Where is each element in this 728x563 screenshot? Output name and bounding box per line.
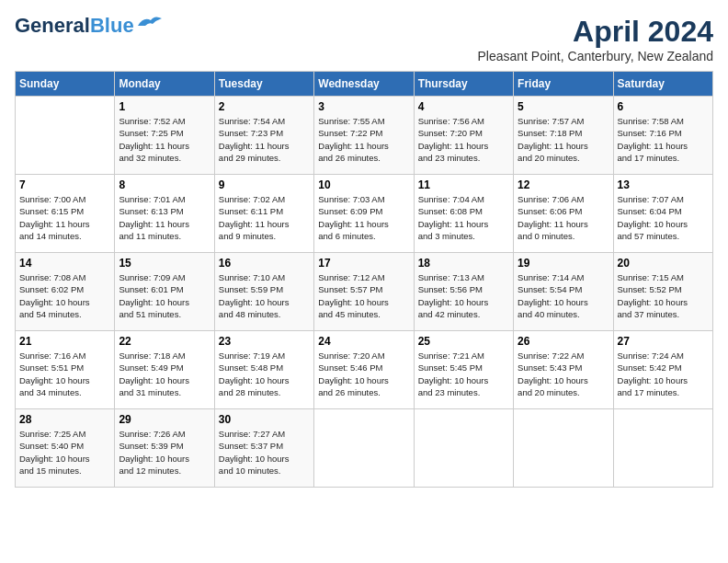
day-info: Sunrise: 7:08 AM Sunset: 6:02 PM Dayligh… [19, 271, 110, 320]
calendar-cell: 14Sunrise: 7:08 AM Sunset: 6:02 PM Dayli… [16, 253, 115, 331]
logo-bird-icon [136, 13, 164, 31]
weekday-header: Friday [514, 72, 613, 97]
weekday-header: Wednesday [314, 72, 414, 97]
day-info: Sunrise: 7:07 AM Sunset: 6:04 PM Dayligh… [618, 193, 709, 242]
day-number: 18 [418, 257, 509, 270]
calendar-cell: 15Sunrise: 7:09 AM Sunset: 6:01 PM Dayli… [115, 253, 214, 331]
day-info: Sunrise: 7:56 AM Sunset: 7:20 PM Dayligh… [418, 115, 509, 164]
logo: GeneralBlue [15, 15, 164, 37]
calendar-week-row: 21Sunrise: 7:16 AM Sunset: 5:51 PM Dayli… [16, 331, 713, 409]
day-info: Sunrise: 7:24 AM Sunset: 5:42 PM Dayligh… [618, 350, 709, 398]
day-number: 11 [418, 178, 509, 191]
day-info: Sunrise: 7:21 AM Sunset: 5:45 PM Dayligh… [418, 350, 509, 398]
calendar-cell: 10Sunrise: 7:03 AM Sunset: 6:09 PM Dayli… [314, 175, 414, 253]
day-info: Sunrise: 7:14 AM Sunset: 5:54 PM Dayligh… [518, 271, 609, 320]
day-number: 28 [19, 413, 110, 426]
day-number: 6 [618, 100, 709, 113]
calendar-cell: 1Sunrise: 7:52 AM Sunset: 7:25 PM Daylig… [115, 97, 214, 175]
calendar-cell: 4Sunrise: 7:56 AM Sunset: 7:20 PM Daylig… [414, 97, 513, 175]
calendar-cell: 27Sunrise: 7:24 AM Sunset: 5:42 PM Dayli… [613, 331, 712, 409]
weekday-header: Saturday [613, 72, 712, 97]
day-info: Sunrise: 7:10 AM Sunset: 5:59 PM Dayligh… [219, 271, 310, 320]
day-number: 14 [19, 257, 110, 270]
day-info: Sunrise: 7:25 AM Sunset: 5:40 PM Dayligh… [19, 428, 110, 477]
day-number: 15 [119, 257, 210, 270]
calendar-cell [414, 409, 513, 488]
day-number: 29 [119, 413, 210, 426]
day-number: 13 [618, 178, 709, 191]
day-number: 12 [518, 178, 609, 191]
day-info: Sunrise: 7:03 AM Sunset: 6:09 PM Dayligh… [318, 193, 409, 242]
calendar-cell: 28Sunrise: 7:25 AM Sunset: 5:40 PM Dayli… [16, 409, 115, 488]
day-info: Sunrise: 7:04 AM Sunset: 6:08 PM Dayligh… [418, 193, 509, 242]
weekday-header: Monday [115, 72, 214, 97]
calendar-cell: 18Sunrise: 7:13 AM Sunset: 5:56 PM Dayli… [414, 253, 513, 331]
day-number: 27 [618, 335, 709, 348]
calendar-cell [613, 409, 712, 488]
weekday-header: Thursday [414, 72, 513, 97]
calendar-week-row: 7Sunrise: 7:00 AM Sunset: 6:15 PM Daylig… [16, 175, 713, 253]
logo-general: General [15, 14, 90, 37]
day-info: Sunrise: 7:55 AM Sunset: 7:22 PM Dayligh… [318, 115, 409, 164]
calendar-table: SundayMondayTuesdayWednesdayThursdayFrid… [15, 71, 713, 488]
day-number: 8 [119, 178, 210, 191]
calendar-cell: 5Sunrise: 7:57 AM Sunset: 7:18 PM Daylig… [514, 97, 613, 175]
day-info: Sunrise: 7:02 AM Sunset: 6:11 PM Dayligh… [219, 193, 310, 242]
day-number: 20 [618, 257, 709, 270]
day-number: 19 [518, 257, 609, 270]
calendar-cell: 9Sunrise: 7:02 AM Sunset: 6:11 PM Daylig… [214, 175, 313, 253]
weekday-header-row: SundayMondayTuesdayWednesdayThursdayFrid… [16, 72, 713, 97]
day-info: Sunrise: 7:19 AM Sunset: 5:48 PM Dayligh… [219, 350, 310, 398]
day-number: 1 [119, 100, 210, 113]
calendar-cell: 26Sunrise: 7:22 AM Sunset: 5:43 PM Dayli… [514, 331, 613, 409]
day-info: Sunrise: 7:15 AM Sunset: 5:52 PM Dayligh… [618, 271, 709, 320]
calendar-cell: 23Sunrise: 7:19 AM Sunset: 5:48 PM Dayli… [214, 331, 313, 409]
calendar-cell: 19Sunrise: 7:14 AM Sunset: 5:54 PM Dayli… [514, 253, 613, 331]
day-number: 2 [219, 100, 310, 113]
day-number: 5 [518, 100, 609, 113]
calendar-cell: 2Sunrise: 7:54 AM Sunset: 7:23 PM Daylig… [214, 97, 313, 175]
day-number: 16 [219, 257, 310, 270]
day-info: Sunrise: 7:22 AM Sunset: 5:43 PM Dayligh… [518, 350, 609, 398]
month-title: April 2024 [477, 15, 713, 49]
day-info: Sunrise: 7:12 AM Sunset: 5:57 PM Dayligh… [318, 271, 409, 320]
logo-blue: Blue [90, 14, 134, 37]
day-info: Sunrise: 7:26 AM Sunset: 5:39 PM Dayligh… [119, 428, 210, 477]
calendar-cell [514, 409, 613, 488]
day-info: Sunrise: 7:13 AM Sunset: 5:56 PM Dayligh… [418, 271, 509, 320]
day-number: 21 [19, 335, 110, 348]
day-number: 10 [318, 178, 409, 191]
day-info: Sunrise: 7:06 AM Sunset: 6:06 PM Dayligh… [518, 193, 609, 242]
calendar-cell: 11Sunrise: 7:04 AM Sunset: 6:08 PM Dayli… [414, 175, 513, 253]
day-number: 17 [318, 257, 409, 270]
title-area: April 2024 Pleasant Point, Canterbury, N… [477, 15, 713, 63]
calendar-week-row: 14Sunrise: 7:08 AM Sunset: 6:02 PM Dayli… [16, 253, 713, 331]
calendar-cell: 3Sunrise: 7:55 AM Sunset: 7:22 PM Daylig… [314, 97, 414, 175]
day-number: 26 [518, 335, 609, 348]
day-info: Sunrise: 7:01 AM Sunset: 6:13 PM Dayligh… [119, 193, 210, 242]
calendar-cell: 12Sunrise: 7:06 AM Sunset: 6:06 PM Dayli… [514, 175, 613, 253]
calendar-cell [16, 97, 115, 175]
calendar-week-row: 1Sunrise: 7:52 AM Sunset: 7:25 PM Daylig… [16, 97, 713, 175]
day-number: 7 [19, 178, 110, 191]
day-number: 4 [418, 100, 509, 113]
calendar-cell: 24Sunrise: 7:20 AM Sunset: 5:46 PM Dayli… [314, 331, 414, 409]
day-number: 22 [119, 335, 210, 348]
day-info: Sunrise: 7:54 AM Sunset: 7:23 PM Dayligh… [219, 115, 310, 164]
day-number: 30 [219, 413, 310, 426]
day-number: 24 [318, 335, 409, 348]
day-info: Sunrise: 7:57 AM Sunset: 7:18 PM Dayligh… [518, 115, 609, 164]
day-info: Sunrise: 7:58 AM Sunset: 7:16 PM Dayligh… [618, 115, 709, 164]
calendar-cell: 25Sunrise: 7:21 AM Sunset: 5:45 PM Dayli… [414, 331, 513, 409]
weekday-header: Sunday [16, 72, 115, 97]
day-info: Sunrise: 7:18 AM Sunset: 5:49 PM Dayligh… [119, 350, 210, 398]
calendar-cell: 21Sunrise: 7:16 AM Sunset: 5:51 PM Dayli… [16, 331, 115, 409]
day-number: 9 [219, 178, 310, 191]
day-number: 3 [318, 100, 409, 113]
day-number: 23 [219, 335, 310, 348]
location-title: Pleasant Point, Canterbury, New Zealand [477, 49, 713, 63]
calendar-cell: 8Sunrise: 7:01 AM Sunset: 6:13 PM Daylig… [115, 175, 214, 253]
day-info: Sunrise: 7:16 AM Sunset: 5:51 PM Dayligh… [19, 350, 110, 398]
day-info: Sunrise: 7:20 AM Sunset: 5:46 PM Dayligh… [318, 350, 409, 398]
calendar-cell: 13Sunrise: 7:07 AM Sunset: 6:04 PM Dayli… [613, 175, 712, 253]
